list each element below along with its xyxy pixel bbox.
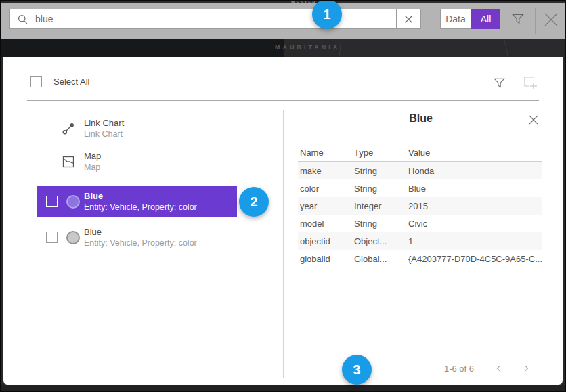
cell-value: Honda [408,166,542,176]
cell-value: {A4203777-D70D-4C5C-9A65-C... [408,254,542,264]
cell-value: Blue [408,183,542,194]
table-row: objectid Object... 1 [298,232,542,250]
map-background-bottom [1,385,565,391]
cell-name: year [300,201,354,211]
close-x-icon [543,12,559,28]
table-row: color String Blue [298,179,542,197]
cell-value: Civic [408,219,542,229]
funnel-icon [511,12,525,26]
cell-type: String [354,219,408,229]
result-subtitle: Map [84,162,101,173]
cell-name: globalid [300,254,354,264]
pagination-label: 1-6 of 6 [383,364,474,374]
point-symbol-icon [66,195,80,209]
table-row: model String Civic [298,215,542,232]
toggle-data-label: Data [445,14,466,24]
annotation-number: 1 [323,7,330,22]
result-checkbox[interactable] [46,196,58,207]
result-item-map[interactable]: Map Map [37,148,237,175]
scope-toggle: Data All [440,9,500,29]
annotation-step-1: 1 [312,0,342,29]
toggle-all-label: All [481,14,492,24]
attribute-table-header: Name Type Value [298,144,542,162]
point-symbol-icon [66,231,80,244]
pagination-next-button[interactable] [518,360,534,376]
funnel-icon [493,77,506,89]
select-all-label: Select All [53,77,89,87]
result-item-blue[interactable]: Blue Entity: Vehicle, Property: color [37,222,237,253]
table-row: year Integer 2015 [298,197,542,215]
table-row: globalid Global... {A4203777-D70D-4C5C-9… [298,250,542,267]
result-title: Map [84,151,101,162]
toggle-option-data[interactable]: Data [440,9,471,29]
column-header-type: Type [354,148,408,158]
cell-type: String [354,166,408,176]
detail-title: Blue [300,112,542,125]
toggle-option-all[interactable]: All [471,9,500,29]
map-label-mauritania: MAURITANIA [275,44,340,51]
cell-name: make [300,166,354,176]
cell-value: 1 [408,236,542,246]
annotation-step-2: 2 [239,187,269,217]
panel-vertical-divider [283,110,284,378]
close-search-button[interactable] [541,9,561,30]
cell-type: Global... [354,254,408,264]
result-text: Blue Entity: Vehicle, Property: color [84,227,197,248]
search-results-panel: Select All Link Chart Lin [3,57,563,385]
result-text: Link Chart Link Chart [84,118,124,139]
map-background-strip: MAURITANIA [1,39,565,57]
chevron-left-icon [494,364,504,373]
result-item-blue-selected[interactable]: Blue Entity: Vehicle, Property: color [37,186,237,217]
map-water-area [1,39,284,57]
result-item-link-chart[interactable]: Link Chart Link Chart [37,115,237,142]
add-frame-icon [523,75,538,90]
cell-name: model [300,219,354,229]
cell-value: 2015 [408,201,542,211]
column-header-value: Value [408,148,542,158]
result-subtitle: Link Chart [84,129,124,139]
column-header-name: Name [300,148,354,158]
result-subtitle: Entity: Vehicle, Property: color [84,202,197,213]
select-all-checkbox[interactable] [30,76,42,87]
map-icon [62,155,75,169]
search-toolbar: Data All [1,3,565,39]
pagination-prev-button[interactable] [491,360,507,376]
clear-search-button[interactable] [396,9,421,29]
result-checkbox[interactable] [46,232,58,243]
result-title: Link Chart [84,118,124,129]
chevron-right-icon [521,364,531,373]
cell-name: objectid [300,236,354,246]
result-title: Blue [84,227,197,238]
toolbar-divider [535,8,536,34]
screenshot-root: WESTER MAURITANIA Data All [0,0,566,392]
select-all-row: Select All [30,76,89,87]
add-to-map-button[interactable] [521,73,540,92]
map-border-line [504,39,508,57]
annotation-step-3: 3 [342,355,372,385]
link-chart-icon [62,122,75,135]
clear-x-icon [404,15,413,24]
table-row: make String Honda [298,162,542,179]
cell-type: String [354,183,408,194]
cell-type: Object... [354,236,408,246]
search-icon [17,14,28,25]
search-input[interactable] [35,14,360,24]
result-title: Blue [84,191,197,202]
annotation-number: 3 [353,362,360,378]
results-filter-button[interactable] [489,73,508,92]
detail-close-button[interactable] [525,111,542,129]
attribute-table: Name Type Value make String Honda color … [298,144,542,267]
cell-name: color [300,183,354,194]
close-x-icon [528,114,539,125]
cell-type: Integer [354,201,408,211]
panel-header-divider [27,100,539,101]
result-text: Blue Entity: Vehicle, Property: color [84,191,197,213]
annotation-number: 2 [250,194,257,210]
result-text: Map Map [84,151,101,173]
result-subtitle: Entity: Vehicle, Property: color [84,238,197,248]
filter-button[interactable] [508,9,528,29]
